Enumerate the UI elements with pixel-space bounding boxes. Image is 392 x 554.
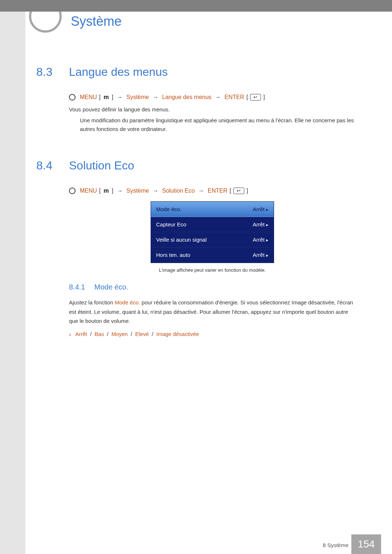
- footer-page-number: 154: [351, 534, 381, 554]
- subsection-number: 8.4.1: [69, 283, 94, 291]
- nav-path-item: Langue des menus: [162, 94, 212, 100]
- section-number: 8.4: [36, 159, 69, 172]
- marker-icon: [69, 188, 75, 194]
- marker-icon: [69, 94, 75, 100]
- footer-chapter-label: 8 Système: [323, 542, 348, 548]
- osd-row-value: Arrêt ▸: [253, 221, 269, 227]
- osd-row-label: Capteur Eco: [156, 221, 186, 227]
- bracket-open: [: [230, 188, 231, 194]
- arrow-icon: →: [115, 94, 124, 100]
- page-content: 8.3 Langue des menus MENU [ m ] → Systèm…: [36, 65, 356, 338]
- section-8-3-body: MENU [ m ] → Système → Langue des menus …: [69, 94, 356, 134]
- nav-menu-label: MENU: [80, 94, 97, 100]
- chevron-right-icon: ▸: [266, 237, 269, 243]
- subsection-8-4-1-para: Ajustez la fonction Mode éco. pour rédui…: [69, 298, 356, 326]
- bracket-close: ]: [263, 94, 265, 100]
- nav-menu-label: MENU: [80, 188, 97, 194]
- menu-glyph-icon: m: [103, 188, 110, 194]
- separator: /: [129, 331, 134, 337]
- osd-row-capteur-eco[interactable]: Capteur Eco Arrêt ▸: [151, 217, 274, 232]
- enter-icon: [250, 94, 261, 100]
- nav-system: Système: [126, 188, 149, 194]
- chapter-title: Système: [71, 14, 122, 29]
- separator: /: [89, 331, 93, 337]
- nav-path-item: Solution Eco: [162, 188, 195, 194]
- chevron-right-icon: ▸: [266, 207, 269, 212]
- arrow-icon: →: [214, 94, 222, 100]
- chevron-right-icon: ▸: [266, 222, 269, 227]
- option-arret: Arrêt: [75, 331, 87, 337]
- osd-row-label: Veille si aucun signal: [156, 237, 207, 243]
- section-8-3-note: Une modification du paramètre linguistiq…: [80, 116, 356, 134]
- nav-system: Système: [126, 94, 149, 100]
- bracket-open: [: [99, 188, 101, 194]
- section-8-4-header: 8.4 Solution Eco: [36, 159, 356, 172]
- nav-path-8-4: MENU [ m ] → Système → Solution Eco → EN…: [69, 188, 356, 194]
- osd-row-value: Arrêt ▸: [253, 237, 269, 243]
- top-grey-bar: [0, 0, 392, 12]
- section-8-4-body: MENU [ m ] → Système → Solution Eco → EN…: [69, 188, 356, 338]
- section-title: Solution Eco: [69, 159, 134, 172]
- section-title: Langue des menus: [69, 65, 168, 79]
- options-inline: Arrêt / Bas / Moyen / Elevé / Image désa…: [75, 331, 199, 337]
- separator: /: [106, 331, 110, 337]
- bracket-close: ]: [112, 94, 113, 100]
- section-number: 8.3: [36, 65, 69, 79]
- osd-caption: L'image affichée peut varier en fonction…: [69, 267, 356, 273]
- nav-enter-label: ENTER: [225, 94, 244, 100]
- arrow-icon: →: [151, 188, 160, 194]
- osd-row-value: Arrêt ▸: [253, 252, 269, 258]
- subsection-title: Mode éco.: [94, 283, 128, 291]
- bracket-open: [: [246, 94, 248, 100]
- left-margin-stripe: [0, 0, 25, 554]
- osd-row-veille[interactable]: Veille si aucun signal Arrêt ▸: [151, 232, 274, 247]
- arrow-icon: →: [151, 94, 160, 100]
- bullet-icon: z: [69, 331, 71, 338]
- menu-glyph-icon: m: [103, 94, 110, 100]
- page-footer: 8 Système 154: [0, 534, 392, 554]
- arrow-icon: →: [197, 188, 205, 194]
- bracket-close: ]: [246, 188, 248, 194]
- chevron-right-icon: ▸: [266, 253, 269, 258]
- osd-menu-panel: Mode éco. Arrêt ▸ Capteur Eco Arrêt ▸ Ve…: [151, 201, 274, 263]
- separator: /: [150, 331, 155, 337]
- osd-row-hors-ten-auto[interactable]: Hors ten. auto Arrêt ▸: [151, 247, 274, 263]
- nav-enter-label: ENTER: [208, 188, 227, 194]
- osd-row-label: Mode éco.: [156, 206, 181, 212]
- option-image-desactivee: Image désactivée: [156, 331, 199, 337]
- osd-row-mode-eco[interactable]: Mode éco. Arrêt ▸: [151, 202, 274, 217]
- bracket-open: [: [99, 94, 101, 100]
- option-moyen: Moyen: [111, 331, 128, 337]
- highlight-mode-eco: Mode éco.: [115, 299, 140, 305]
- options-list: z Arrêt / Bas / Moyen / Elevé / Image dé…: [69, 331, 356, 338]
- option-bas: Bas: [95, 331, 104, 337]
- arrow-icon: →: [115, 188, 124, 194]
- osd-row-value: Arrêt ▸: [253, 206, 269, 212]
- osd-row-label: Hors ten. auto: [156, 252, 190, 258]
- bracket-close: ]: [112, 188, 113, 194]
- option-eleve: Elevé: [135, 331, 149, 337]
- section-8-3-header: 8.3 Langue des menus: [36, 65, 356, 79]
- enter-icon: [233, 188, 244, 194]
- nav-path-8-3: MENU [ m ] → Système → Langue des menus …: [69, 94, 356, 100]
- spacer: [36, 137, 356, 159]
- subsection-8-4-1-header: 8.4.1 Mode éco.: [69, 283, 356, 291]
- section-8-3-desc: Vous pouvez définir la langue des menus.: [69, 106, 356, 112]
